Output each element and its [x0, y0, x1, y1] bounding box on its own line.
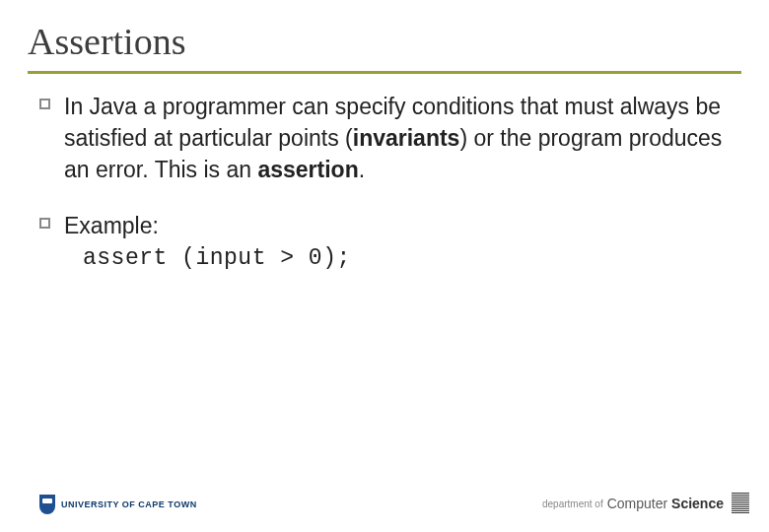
- department-name: Computer Science: [607, 496, 724, 511]
- university-name: UNIVERSITY OF CAPE TOWN: [61, 499, 197, 509]
- slide-title: Assertions: [28, 20, 185, 63]
- bullet-item: Example:: [39, 210, 730, 241]
- footer: UNIVERSITY OF CAPE TOWN department of Co…: [39, 493, 749, 514]
- text-bold: Science: [671, 496, 724, 511]
- text-fragment: Computer: [607, 496, 671, 511]
- bullet-text: Example:: [64, 210, 159, 241]
- bullet-icon: [39, 99, 50, 109]
- slide: Assertions In Java a programmer can spec…: [0, 0, 769, 532]
- text-fragment: .: [359, 157, 365, 182]
- bullet-icon: [39, 218, 50, 229]
- bullet-text: In Java a programmer can specify conditi…: [64, 91, 730, 186]
- university-logo: UNIVERSITY OF CAPE TOWN: [39, 495, 197, 514]
- barcode-icon: [732, 493, 749, 514]
- code-example: assert (input > 0);: [83, 245, 730, 271]
- text-bold: invariants: [353, 125, 460, 151]
- department-logo: department of Computer Science: [542, 493, 749, 514]
- shield-icon: [39, 495, 55, 514]
- text-bold: assertion: [257, 157, 358, 182]
- department-small: department of: [542, 499, 603, 509]
- slide-content: In Java a programmer can specify conditi…: [39, 91, 730, 271]
- title-underline: [28, 71, 741, 74]
- bullet-item: In Java a programmer can specify conditi…: [39, 91, 730, 186]
